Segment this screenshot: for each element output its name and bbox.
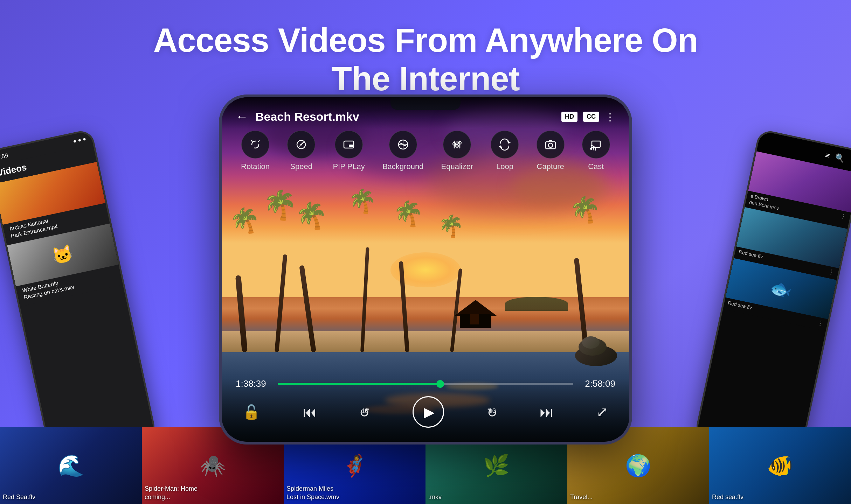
progress-fill xyxy=(278,383,440,385)
ctrl-speed-label: Speed xyxy=(290,162,312,171)
speed-icon-btn[interactable] xyxy=(287,131,315,159)
equalizer-icon-btn[interactable] xyxy=(443,131,471,159)
pip-icon-btn[interactable] xyxy=(335,131,363,159)
playback-row: 🔓 ⏮ ↺10 ▶ ↻10 ⏭ ⤢ xyxy=(236,396,615,428)
btm-thumb-6[interactable]: 🐠 Red sea.flv xyxy=(709,427,851,504)
ctrl-loop[interactable]: Loop xyxy=(491,131,519,171)
btm-thumb-5-label: Travel... xyxy=(570,493,593,501)
cast-icon-btn[interactable] xyxy=(582,131,610,159)
capture-icon-btn[interactable] xyxy=(537,131,565,159)
controls-row: Rotation Speed xyxy=(222,127,629,175)
svg-point-17 xyxy=(548,143,553,147)
ctrl-pip[interactable]: PIP PLay xyxy=(333,131,365,171)
left-icons: ● ● ● xyxy=(72,136,87,145)
ctrl-capture[interactable]: Capture xyxy=(537,131,565,171)
rewind-10-button[interactable]: ↺10 xyxy=(359,403,370,421)
headline: Access Videos From Anywhere On The Inter… xyxy=(0,0,851,98)
video-title: Beach Resort.mkv xyxy=(255,110,561,124)
hd-badge: HD xyxy=(561,112,577,122)
time-current: 1:38:39 xyxy=(236,378,271,389)
cc-badge: CC xyxy=(583,112,599,122)
play-button[interactable]: ▶ xyxy=(413,396,444,428)
forward-10-button[interactable]: ↻10 xyxy=(487,403,497,421)
ctrl-background[interactable]: Background xyxy=(382,131,423,171)
right-search-icon[interactable]: 🔍 xyxy=(834,153,845,164)
top-right-controls: HD CC ⋮ xyxy=(561,111,615,123)
ctrl-cast[interactable]: Cast xyxy=(582,131,610,171)
phone-left-screen: 08:59 ● ● ● Videos Arches NationalPark E… xyxy=(0,131,155,457)
progress-thumb[interactable] xyxy=(436,380,444,388)
right-more-icon[interactable]: ⋮ xyxy=(849,156,851,166)
btm-thumb-4-label: .mkv xyxy=(428,493,442,501)
headline-line1: Access Videos From Anywhere On xyxy=(153,21,698,59)
right-list-icon[interactable]: ≡ xyxy=(824,151,831,161)
progress-bar[interactable] xyxy=(278,383,573,385)
skip-back-button[interactable]: ⏮ xyxy=(303,404,317,420)
more-options-icon[interactable]: ⋮ xyxy=(605,111,615,123)
phone-screen: 🌴 🌴 🌴 🌴 🌴 🌴 🌴 xyxy=(222,97,629,442)
ctrl-equalizer[interactable]: Equalizer xyxy=(441,131,473,171)
btm-thumb-2-label: Spider-Man: Homecoming... xyxy=(145,485,198,501)
ctrl-pip-label: PIP PLay xyxy=(333,162,365,171)
rotation-icon-btn[interactable] xyxy=(241,131,269,159)
btm-thumb-6-label: Red sea.flv xyxy=(712,493,743,501)
right-thumb-1-menu[interactable]: ⋮ xyxy=(839,212,847,220)
headline-line2: The Internet xyxy=(331,60,519,97)
ctrl-rotation[interactable]: Rotation xyxy=(241,131,270,171)
progress-row: 1:38:39 2:58:09 xyxy=(236,378,615,389)
back-button[interactable]: ← xyxy=(236,109,248,124)
ctrl-capture-label: Capture xyxy=(537,162,564,171)
btm-thumb-1-label: Red Sea.flv xyxy=(3,493,35,501)
phone-left: 08:59 ● ● ● Videos Arches NationalPark E… xyxy=(0,129,157,460)
background-icon-btn[interactable] xyxy=(389,131,417,159)
ctrl-rotation-label: Rotation xyxy=(241,162,270,171)
ctrl-cast-label: Cast xyxy=(588,162,604,171)
phone-right-screen: ≡ 🔍 ⋮ e Brownden Boat.mov ⋮ Red sea.flv … xyxy=(696,131,851,457)
btm-thumb-3-label: Spiderman MilesLost in Space.wmv xyxy=(286,485,339,501)
right-thumb-2-menu[interactable]: ⋮ xyxy=(828,268,835,276)
left-time: 08:59 xyxy=(0,152,9,161)
ctrl-equalizer-label: Equalizer xyxy=(441,162,473,171)
ctrl-loop-label: Loop xyxy=(496,162,513,171)
loop-icon-btn[interactable] xyxy=(491,131,519,159)
lock-button[interactable]: 🔓 xyxy=(243,404,260,420)
time-total: 2:58:09 xyxy=(580,378,615,389)
svg-point-0 xyxy=(252,141,259,148)
right-thumb-3-menu[interactable]: ⋮ xyxy=(817,319,824,328)
phone-right: ≡ 🔍 ⋮ e Brownden Boat.mov ⋮ Red sea.flv … xyxy=(694,129,851,460)
fullscreen-button[interactable]: ⤢ xyxy=(596,404,608,420)
bottom-controls: 1:38:39 2:58:09 🔓 ⏮ ↺10 ▶ xyxy=(222,378,629,442)
svg-point-19 xyxy=(590,148,592,150)
top-bar: ← Beach Resort.mkv HD CC ⋮ xyxy=(222,97,629,129)
skip-forward-button[interactable]: ⏭ xyxy=(540,404,554,420)
svg-rect-6 xyxy=(349,145,353,147)
ctrl-speed[interactable]: Speed xyxy=(287,131,315,171)
svg-line-2 xyxy=(258,140,260,142)
ctrl-background-label: Background xyxy=(382,162,423,171)
btm-thumb-1[interactable]: 🌊 Red Sea.flv xyxy=(0,427,142,504)
phone-main: 🌴 🌴 🌴 🌴 🌴 🌴 🌴 xyxy=(219,94,632,444)
